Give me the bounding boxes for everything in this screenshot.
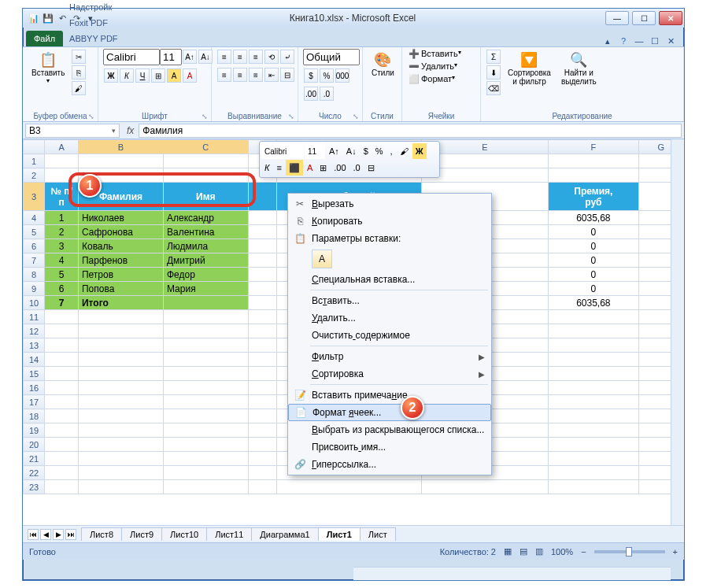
cell[interactable] [248,409,276,423]
minimize-ribbon-icon[interactable]: ▴ [602,35,613,46]
cell[interactable]: Парфенов [78,253,163,268]
mini-fill-color[interactable]: ⬛ [286,160,303,176]
increase-font-button[interactable]: A↑ [183,50,197,64]
align-middle-button[interactable]: ≡ [233,50,247,64]
zoom-slider[interactable] [594,550,665,553]
row-header-2[interactable]: 2 [24,168,45,183]
find-select-button[interactable]: 🔍 Найти и выделить [557,49,601,88]
clipboard-launcher-icon[interactable]: ⤡ [88,113,94,120]
cell[interactable]: Николаев [78,211,163,225]
cell[interactable]: Сафронова [78,225,163,239]
mini-border[interactable]: ⊞ [316,160,330,176]
cell[interactable] [549,409,639,423]
cell[interactable] [248,239,276,253]
orientation-button[interactable]: ⟲ [264,50,279,64]
percent-button[interactable]: % [320,68,334,83]
cell[interactable] [45,423,79,438]
column-header-F[interactable]: F [549,140,639,154]
sheet-nav-prev[interactable]: ◀ [40,529,51,540]
cell[interactable] [163,296,248,310]
cell[interactable] [549,324,639,338]
cell[interactable] [248,253,276,268]
cell[interactable] [163,324,248,338]
sheet-tab-Лист9[interactable]: Лист9 [121,527,162,541]
paste-option-values[interactable]: A [312,250,332,268]
cell[interactable]: 2 [45,225,79,239]
cell[interactable] [78,438,163,452]
cell[interactable] [45,338,79,353]
cell[interactable]: 5 [45,268,79,282]
italic-button[interactable]: К [120,68,134,83]
row-header-15[interactable]: 15 [24,367,45,381]
mini-format-painter[interactable]: 🖌 [397,143,412,159]
view-layout-button[interactable]: ▤ [520,546,527,557]
cell[interactable] [78,310,163,324]
mini-grow-font[interactable]: A↑ [326,143,342,159]
cell[interactable] [163,423,248,438]
ctx-hyperlink[interactable]: 🔗Гиперссылка... [288,456,491,473]
cell[interactable] [78,466,163,480]
mini-dec-dec[interactable]: .0 [350,160,364,176]
fx-icon[interactable]: fx [122,125,139,136]
cell[interactable] [248,423,276,438]
cell[interactable] [78,324,163,338]
align-top-button[interactable]: ≡ [217,50,231,64]
cell[interactable] [248,367,276,381]
cell[interactable] [78,154,163,168]
cell[interactable] [248,282,276,296]
cell[interactable] [163,310,248,324]
ctx-comment[interactable]: 📝Вставить примечание [288,386,491,404]
cell[interactable]: 0 [549,253,639,268]
mini-font-name[interactable] [261,143,304,159]
styles-button[interactable]: 🎨 Стили [368,49,398,80]
select-all-corner[interactable] [24,140,45,154]
cell[interactable] [248,324,276,338]
font-launcher-icon[interactable]: ⤡ [202,113,208,120]
cell[interactable] [549,466,639,480]
ribbon-tab-10[interactable]: ABBYY PDF [65,31,123,46]
row-header-4[interactable]: 4 [24,211,45,225]
cell[interactable] [421,154,548,168]
row-header-12[interactable]: 12 [24,324,45,338]
row-header-8[interactable]: 8 [24,268,45,282]
cell[interactable]: 6035,68 [549,211,639,225]
comma-button[interactable]: 000 [335,68,349,83]
cell[interactable] [549,423,639,438]
help-icon[interactable]: ? [618,35,629,46]
zoom-level[interactable]: 100% [551,547,573,557]
cell[interactable] [45,452,79,466]
cell[interactable] [45,168,79,183]
row-header-21[interactable]: 21 [24,452,45,466]
cell[interactable] [421,480,548,494]
clear-button[interactable]: ⌫ [486,81,501,95]
row-header-6[interactable]: 6 [24,239,45,253]
mini-font-size[interactable] [305,143,325,159]
ribbon-tab-8[interactable]: Надстройк [65,0,123,15]
sheet-nav-first[interactable]: ⏮ [28,529,39,540]
border-button[interactable]: ⊞ [151,68,165,83]
font-size-input[interactable] [160,49,182,65]
cell[interactable]: 3 [45,239,79,253]
increase-decimal-button[interactable]: .00 [304,87,318,101]
sheet-nav-next[interactable]: ▶ [53,529,64,540]
row-header-1[interactable]: 1 [24,154,45,168]
cell[interactable] [248,225,276,239]
cell[interactable] [78,338,163,353]
cell[interactable] [45,409,79,423]
vertical-scrollbar[interactable] [671,139,684,525]
file-tab[interactable]: Файл [26,31,63,46]
cell[interactable]: Дмитрий [163,253,248,268]
cell[interactable]: Попова [78,282,163,296]
close-button[interactable]: ✕ [659,11,682,25]
paste-button[interactable]: 📋 Вставить ▾ [28,49,68,87]
name-box[interactable]: B3 ▾ [25,124,120,138]
cell[interactable]: Мария [163,282,248,296]
cell[interactable]: Имя [163,183,248,211]
cell[interactable] [549,395,639,409]
cell[interactable] [549,381,639,395]
ribbon-tab-9[interactable]: Foxit PDF [65,15,123,31]
row-header-16[interactable]: 16 [24,381,45,395]
cell[interactable]: 6035,68 [549,296,639,310]
cell[interactable] [45,324,79,338]
mini-merge[interactable]: ⊟ [364,160,378,176]
